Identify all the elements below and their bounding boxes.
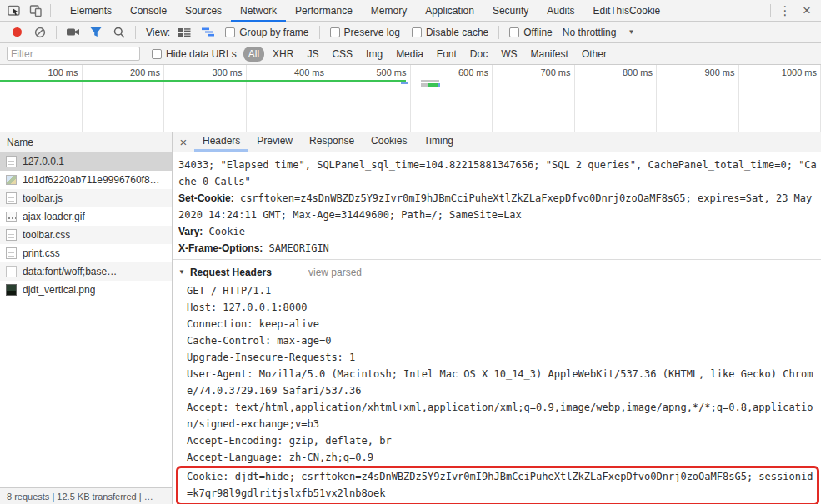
throttling-dropdown[interactable]: No throttling ▼ bbox=[563, 27, 635, 38]
request-row[interactable]: data:font/woff;base… bbox=[0, 262, 172, 281]
hide-data-urls-checkbox[interactable]: Hide data URLs bbox=[152, 48, 237, 60]
checkbox bbox=[412, 27, 422, 37]
divider bbox=[135, 26, 136, 39]
group-by-frame-checkbox[interactable]: Group by frame bbox=[225, 27, 308, 38]
close-detail-icon[interactable]: × bbox=[173, 132, 194, 152]
request-row[interactable]: print.css bbox=[0, 244, 172, 262]
detail-tab[interactable]: Cookies bbox=[363, 132, 415, 152]
timeline-tick: 300 ms bbox=[164, 65, 247, 132]
panel-tab[interactable]: Audits bbox=[538, 0, 583, 22]
waterfall-icon bbox=[201, 26, 215, 38]
header-name: Set-Cookie: bbox=[178, 192, 234, 204]
request-header-line: Connection: keep-alive bbox=[187, 316, 818, 332]
filter-input[interactable] bbox=[7, 47, 140, 61]
request-header-line: User-Agent: Mozilla/5.0 (Macintosh; Inte… bbox=[187, 366, 818, 399]
hide-data-urls-label: Hide data URLs bbox=[166, 48, 237, 60]
clear-icon bbox=[33, 26, 47, 39]
more-options-icon[interactable]: ⋮ bbox=[774, 0, 796, 21]
record-network-log-button[interactable] bbox=[13, 27, 22, 37]
timeline-tick: 700 ms bbox=[493, 65, 575, 132]
domcontentloaded-tick bbox=[401, 82, 408, 84]
request-row[interactable]: ajax-loader.gif bbox=[0, 207, 172, 226]
detail-tab[interactable]: Preview bbox=[248, 132, 301, 152]
search-icon[interactable] bbox=[108, 22, 130, 42]
group-by-frame-label: Group by frame bbox=[239, 27, 308, 38]
large-request-rows-icon[interactable] bbox=[173, 22, 195, 42]
divider bbox=[319, 26, 320, 39]
view-parsed-link[interactable]: view parsed bbox=[308, 264, 362, 281]
request-row[interactable]: toolbar.js bbox=[0, 189, 172, 207]
panel-tab[interactable]: Console bbox=[121, 0, 176, 22]
resource-type-filter[interactable]: Media bbox=[391, 47, 428, 62]
network-overview-timeline[interactable]: 100 ms200 ms300 ms400 ms500 ms600 ms700 … bbox=[0, 65, 821, 132]
panel-tab[interactable]: Sources bbox=[176, 0, 231, 22]
search-icon bbox=[113, 26, 126, 39]
request-header-line: GET / HTTP/1.1 bbox=[187, 282, 818, 299]
panel-tab[interactable]: Memory bbox=[362, 0, 416, 22]
request-row[interactable]: 1d1df6220ab711e9996760f8… bbox=[0, 171, 172, 189]
file-type-icon bbox=[6, 192, 17, 204]
offline-checkbox[interactable]: Offline bbox=[509, 27, 552, 38]
cookie-highlight-box: Cookie: djdt=hide; csrftoken=z4sDnWBZDz5… bbox=[176, 466, 819, 504]
view-label: View: bbox=[146, 27, 170, 38]
file-type-icon bbox=[6, 229, 17, 241]
resource-type-filter[interactable]: Doc bbox=[465, 47, 493, 62]
checkbox bbox=[330, 27, 340, 37]
cookie-header-line: Cookie: djdt=hide; csrftoken=z4sDnWBZDz5… bbox=[187, 468, 815, 502]
request-name: djdt_vertical.png bbox=[23, 284, 95, 296]
capture-screenshots-icon[interactable] bbox=[62, 22, 83, 42]
request-header-line: Host: 127.0.0.1:8000 bbox=[187, 299, 818, 316]
status-bar: 8 requests | 12.5 KB transferred | … bbox=[0, 487, 172, 504]
detail-tab[interactable]: Timing bbox=[415, 132, 462, 152]
timeline-tick: 800 ms bbox=[575, 65, 658, 132]
panel-tab[interactable]: Elements bbox=[61, 0, 121, 22]
filter-icon[interactable] bbox=[85, 22, 107, 42]
network-toolbar: View: Group by frame Pres bbox=[0, 22, 821, 43]
inspect-element-icon bbox=[7, 3, 22, 18]
panel-tab[interactable]: Security bbox=[483, 0, 538, 22]
inspect-element-icon[interactable] bbox=[3, 0, 25, 21]
panel-tab[interactable]: EditThisCookie bbox=[584, 0, 670, 22]
throttling-value: No throttling bbox=[563, 27, 617, 38]
devtools-tabbar: ElementsConsoleSourcesNetworkPerformance… bbox=[0, 0, 821, 22]
timeline-tick: 200 ms bbox=[83, 65, 165, 132]
resource-type-filter[interactable]: CSS bbox=[327, 47, 358, 62]
header-value: csrftoken=z4sDnWBZDz5Y9zIvr0mI9hJBmCciPu… bbox=[178, 192, 812, 221]
load-event-line bbox=[0, 80, 406, 82]
request-name: print.css bbox=[23, 247, 60, 259]
resource-type-filter[interactable]: Manifest bbox=[526, 47, 573, 62]
detail-tab[interactable]: Headers bbox=[194, 132, 248, 152]
header-name: X-Frame-Options: bbox=[178, 242, 263, 254]
resource-type-filter[interactable]: All bbox=[243, 47, 264, 62]
timeline-tick: 100 ms bbox=[0, 65, 83, 132]
section-divider bbox=[173, 259, 821, 260]
device-toolbar-icon[interactable] bbox=[25, 0, 47, 21]
resource-type-filter[interactable]: WS bbox=[496, 47, 522, 62]
resource-type-filter[interactable]: Img bbox=[361, 47, 388, 62]
disable-cache-checkbox[interactable]: Disable cache bbox=[412, 27, 488, 38]
panel-tab[interactable]: Network bbox=[231, 0, 286, 22]
device-toolbar-icon bbox=[28, 3, 43, 18]
devtools-window: ElementsConsoleSourcesNetworkPerformance… bbox=[0, 0, 821, 504]
detail-tab[interactable]: Response bbox=[301, 132, 363, 152]
panel-tab[interactable]: Application bbox=[416, 0, 483, 22]
file-type-icon bbox=[6, 175, 17, 185]
clear-icon[interactable] bbox=[29, 22, 51, 42]
panel-tab[interactable]: Performance bbox=[286, 0, 362, 22]
resource-type-filter[interactable]: Other bbox=[577, 47, 612, 62]
preserve-log-checkbox[interactable]: Preserve log bbox=[330, 27, 400, 38]
request-row[interactable]: 127.0.0.1 bbox=[0, 152, 172, 171]
close-devtools-icon[interactable]: × bbox=[796, 0, 818, 21]
disclosure-triangle-icon[interactable]: ▼ bbox=[178, 264, 185, 281]
header-value: Cookie bbox=[209, 226, 245, 237]
request-row[interactable]: djdt_vertical.png bbox=[0, 281, 172, 299]
request-name: 1d1df6220ab711e9996760f8… bbox=[23, 174, 160, 186]
name-column-header[interactable]: Name bbox=[0, 132, 172, 152]
resource-type-filter[interactable]: XHR bbox=[268, 47, 298, 62]
resource-type-filter[interactable]: JS bbox=[302, 47, 323, 62]
overview-request-bar bbox=[421, 80, 439, 82]
request-detail-panel: × HeadersPreviewResponseCookiesTiming 34… bbox=[173, 132, 821, 504]
show-overview-icon[interactable] bbox=[197, 22, 218, 42]
resource-type-filter[interactable]: Font bbox=[432, 47, 462, 62]
request-row[interactable]: toolbar.css bbox=[0, 226, 172, 244]
